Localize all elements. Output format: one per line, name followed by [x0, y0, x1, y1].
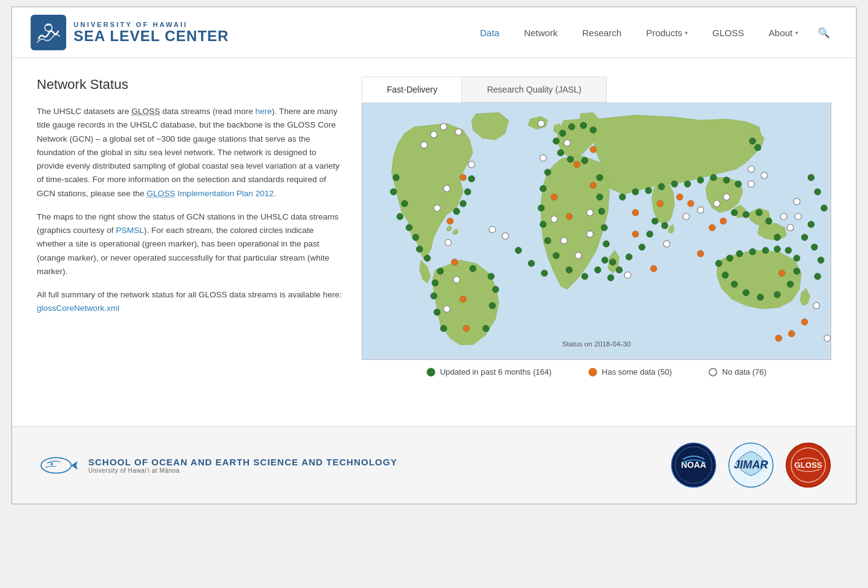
svg-point-17	[434, 309, 441, 316]
svg-point-64	[735, 181, 742, 188]
products-chevron: ▾	[685, 29, 688, 36]
svg-point-86	[726, 255, 733, 262]
nav-about[interactable]: About ▾	[756, 23, 810, 43]
svg-point-158	[51, 463, 53, 465]
svg-point-71	[755, 144, 761, 151]
svg-point-66	[743, 212, 750, 218]
svg-point-25	[560, 130, 566, 137]
svg-point-28	[590, 127, 596, 134]
svg-point-115	[709, 224, 716, 231]
svg-point-10	[454, 208, 460, 215]
svg-text:Status on 2018-04-30: Status on 2018-04-30	[562, 340, 631, 348]
svg-point-87	[515, 247, 522, 254]
svg-point-111	[632, 209, 639, 216]
svg-point-94	[808, 221, 815, 228]
svg-point-74	[731, 281, 738, 288]
svg-point-47	[619, 194, 626, 200]
svg-point-54	[647, 231, 653, 238]
tab-fast-delivery[interactable]: Fast-Delivery	[362, 77, 462, 102]
logo-area: University of Hawaii Sea Level Center	[31, 15, 229, 50]
svg-point-137	[587, 231, 593, 238]
legend-label-white: No data (76)	[722, 367, 766, 376]
svg-point-61	[697, 177, 704, 183]
search-icon[interactable]: 🔍	[810, 22, 837, 44]
svg-point-60	[684, 181, 691, 188]
here-link[interactable]: here	[255, 107, 272, 116]
nav-network[interactable]: Network	[512, 23, 570, 43]
svg-point-110	[657, 200, 664, 207]
svg-point-90	[811, 244, 818, 251]
svg-point-150	[795, 213, 802, 220]
svg-point-113	[650, 265, 657, 272]
svg-point-34	[544, 237, 551, 244]
logo-icon	[31, 15, 66, 50]
svg-point-58	[607, 275, 614, 281]
svg-point-3	[397, 213, 403, 220]
noaa-badge: NOAA	[671, 442, 717, 488]
svg-point-123	[440, 123, 447, 130]
right-panel: Fast-Delivery Research Quality (JASL)	[362, 77, 831, 408]
svg-point-80	[794, 255, 801, 262]
svg-point-5	[413, 234, 419, 241]
svg-point-23	[482, 325, 489, 332]
svg-point-48	[632, 189, 639, 196]
svg-point-78	[787, 281, 794, 288]
svg-point-149	[787, 224, 794, 231]
svg-point-41	[601, 224, 607, 231]
world-map: Status on 2018-04-30	[362, 102, 831, 360]
svg-point-52	[661, 223, 668, 229]
svg-point-147	[748, 181, 755, 188]
svg-point-124	[455, 129, 462, 136]
svg-point-153	[824, 335, 831, 342]
svg-point-108	[677, 194, 683, 200]
svg-point-130	[444, 306, 451, 313]
svg-point-75	[743, 289, 750, 296]
svg-text:JIMAR: JIMAR	[734, 459, 768, 471]
svg-point-38	[595, 267, 601, 273]
svg-point-13	[468, 175, 475, 182]
page-title: Network Status	[37, 77, 343, 93]
svg-point-136	[575, 253, 582, 259]
svg-point-131	[538, 120, 545, 127]
svg-point-50	[658, 183, 665, 190]
svg-point-109	[688, 200, 695, 207]
svg-point-37	[582, 273, 588, 280]
svg-point-16	[430, 292, 437, 299]
xml-link[interactable]: glossCoreNetwork.xml	[37, 304, 120, 313]
gloss-impl-link[interactable]: GLOSS Implementation Plan 2012.	[147, 189, 276, 198]
tab-research-quality[interactable]: Research Quality (JASL)	[462, 77, 606, 102]
nav-data[interactable]: Data	[468, 23, 512, 43]
header: University of Hawaii Sea Level Center Da…	[12, 7, 856, 58]
svg-point-7	[424, 255, 431, 262]
svg-point-101	[460, 296, 466, 303]
svg-point-84	[749, 248, 756, 255]
svg-point-49	[645, 187, 652, 194]
logo-university: University of Hawaii	[74, 21, 229, 28]
svg-point-155	[502, 233, 509, 240]
svg-point-21	[492, 286, 499, 293]
svg-point-140	[663, 240, 670, 247]
svg-point-33	[540, 221, 547, 228]
footer-school-sub: University of Hawai'i at Mānoa	[88, 467, 397, 474]
app-frame: University of Hawaii Sea Level Center Da…	[11, 6, 857, 505]
legend-dot-green	[427, 368, 435, 376]
svg-point-69	[774, 234, 781, 241]
svg-point-82	[774, 246, 781, 253]
svg-point-44	[596, 174, 603, 181]
jimar-badge: JIMAR	[726, 442, 775, 488]
svg-point-157	[41, 457, 71, 473]
nav-gloss[interactable]: GLOSS	[700, 23, 756, 43]
svg-point-40	[603, 240, 610, 247]
svg-point-62	[710, 174, 717, 181]
svg-point-53	[652, 218, 658, 224]
legend-label-orange: Has some data (50)	[602, 367, 672, 376]
svg-point-102	[463, 325, 470, 332]
gloss-acronym: GLOSS	[132, 107, 161, 116]
footer-text: School of Ocean and Earth Science and Te…	[88, 457, 397, 474]
psmsl-link[interactable]: PSMSL	[116, 226, 144, 235]
svg-point-99	[447, 218, 454, 224]
nav-research[interactable]: Research	[570, 23, 634, 43]
svg-point-92	[814, 273, 821, 280]
nav-products[interactable]: Products ▾	[634, 23, 700, 43]
svg-text:GLOSS: GLOSS	[794, 460, 823, 470]
